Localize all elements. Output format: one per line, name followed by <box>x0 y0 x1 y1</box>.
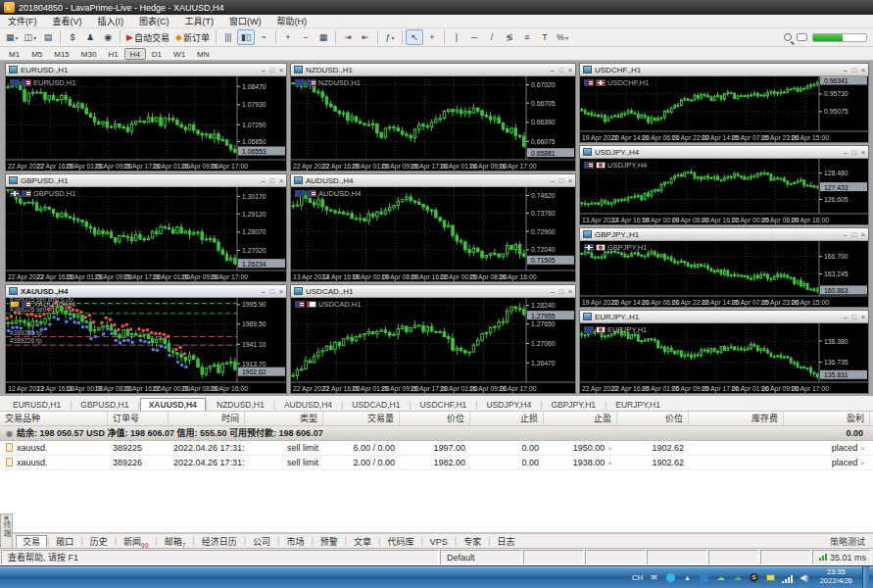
chart-canvas[interactable]: 166.700163.245160.86319 Apr 202220 Apr 1… <box>580 241 868 307</box>
chart-canvas[interactable]: 1.282401.276501.270601.264701.2795522 Ap… <box>291 298 575 393</box>
timeframe-M15[interactable]: M15 <box>48 48 75 60</box>
menu-窗口(W)[interactable]: 窗口(W) <box>221 15 269 27</box>
profiles-button[interactable]: ◫▾ <box>22 29 40 45</box>
chart-window-usdjpy[interactable]: USDJPY.,H4–□×128.480126.605127.43313 Apr… <box>579 145 869 225</box>
order-row[interactable]: xauusd.3892252022.04.26 17:31:27sell lim… <box>0 441 873 456</box>
zoom-in-button[interactable]: + <box>279 29 297 45</box>
minimize-button[interactable]: – <box>551 288 555 295</box>
vertical-line-button[interactable]: | <box>448 29 465 45</box>
balance-row[interactable]: ◉ 结余: 198 050.57 USD 净值: 198 606.07 信用: … <box>0 426 873 441</box>
chart-tab-usdcadh1[interactable]: USDCAD,H1 <box>343 398 409 411</box>
folder-tray-icon[interactable] <box>765 571 777 583</box>
text-label-button[interactable]: T <box>536 29 554 45</box>
timeframe-M30[interactable]: M30 <box>75 48 103 60</box>
terminal-tab-新闻[interactable]: 新闻99 <box>117 535 155 548</box>
chart-window-eurusd[interactable]: EURUSD.,H1–□×1.084701.079301.072901.0685… <box>5 63 287 172</box>
minimize-button[interactable]: – <box>844 314 848 320</box>
maximize-button[interactable]: □ <box>559 177 563 184</box>
maximize-button[interactable]: □ <box>852 149 856 156</box>
messenger-tray-icon[interactable] <box>665 571 677 583</box>
maximize-button[interactable]: □ <box>559 288 563 295</box>
menu-查看(V)[interactable]: 查看(V) <box>45 15 90 27</box>
chart-shift-button[interactable]: ⇤ <box>357 29 374 45</box>
mail-tray-icon[interactable]: ✉ <box>649 571 660 583</box>
chart-tab-usdjpyh4[interactable]: USDJPY,H4 <box>478 398 541 411</box>
data-window-button[interactable]: ▤ <box>39 29 57 45</box>
terminal-tab-经济日历[interactable]: 经济日历 <box>195 535 244 548</box>
close-button[interactable]: × <box>568 67 572 74</box>
annotations-button[interactable]: ≡ <box>518 29 536 45</box>
minimize-button[interactable]: – <box>844 149 848 156</box>
timeframe-H4[interactable]: H4 <box>124 48 146 60</box>
chart-tab-eurusdh1[interactable]: EURUSD,H1 <box>4 398 70 411</box>
trendline-button[interactable]: / <box>483 29 501 45</box>
cancel-icon[interactable]: × <box>607 459 612 467</box>
maximize-button[interactable]: □ <box>270 67 274 74</box>
terminal-tab-预警[interactable]: 预警 <box>314 535 345 548</box>
volume-tray-icon[interactable]: ◀) <box>799 571 810 583</box>
terminal-tab-文章[interactable]: 文章 <box>347 535 378 548</box>
timeframe-H1[interactable]: H1 <box>102 48 123 60</box>
cancel-icon[interactable]: × <box>860 459 865 467</box>
chart-tab-xauusdh4[interactable]: XAUUSD,H4 <box>140 398 206 411</box>
close-button[interactable]: × <box>861 149 865 156</box>
terminal-dock-handle[interactable]: ▣ 终端 <box>0 514 13 549</box>
chart-canvas[interactable]: 0.746200.737600.729000.720400.7150513 Ap… <box>291 187 575 281</box>
show-hidden-icons[interactable]: ▴ <box>682 571 694 583</box>
column-header[interactable]: 价位 <box>400 412 470 425</box>
chart-window-titlebar[interactable]: USDCHF.,H1–□× <box>580 64 868 76</box>
timeframe-M1[interactable]: M1 <box>3 48 25 60</box>
chart-canvas[interactable]: 0.670200.667050.663900.660750.6588122 Ap… <box>291 76 575 171</box>
chart-window-usdcad[interactable]: USDCAD.,H1–□×1.282401.276501.270601.2647… <box>290 284 576 394</box>
chart-canvas[interactable]: 128.480126.605127.43313 Apr 202214 Apr 1… <box>580 159 868 224</box>
auto-scroll-button[interactable]: ⇥ <box>339 29 357 45</box>
terminal-tab-日志[interactable]: 日志 <box>491 535 522 548</box>
maximize-button[interactable]: □ <box>559 67 563 74</box>
chart-window-gbpusd[interactable]: GBPUSD.,H1–□×1.301701.291201.280701.2702… <box>5 173 287 282</box>
chart-window-nzdusd[interactable]: NZDUSD.,H1–□×0.670200.667050.663900.6607… <box>290 63 576 172</box>
terminal-tab-代码库[interactable]: 代码库 <box>380 535 420 548</box>
bars-mode-button[interactable]: ||| <box>219 29 237 45</box>
order-row[interactable]: xauusd.3892262022.04.26 17:31:58sell lim… <box>0 456 873 470</box>
chart-window-titlebar[interactable]: USDCAD.,H1–□× <box>291 285 575 298</box>
cloud-sync-tray-icon[interactable]: ☁ <box>715 571 727 583</box>
close-button[interactable]: × <box>861 67 865 74</box>
maximize-button[interactable]: □ <box>852 314 856 320</box>
terminal-tab-公司[interactable]: 公司 <box>246 535 277 548</box>
menu-文件(F)[interactable]: 文件(F) <box>0 15 45 27</box>
chart-tab-gbpusdh1[interactable]: GBPUSD,H1 <box>72 398 137 411</box>
column-header[interactable]: 交易量 <box>323 412 400 425</box>
chart-window-eurjpy[interactable]: EURJPY.,H1–□×138.380136.735135.83122 Apr… <box>579 310 869 394</box>
chart-tab-audusdh4[interactable]: AUDUSD,H4 <box>275 398 341 411</box>
chart-canvas[interactable]: #389225 sell limit 6.00#389226 sell limi… <box>6 298 286 393</box>
chart-window-gbpjpy[interactable]: GBPJPY.,H1–□×166.700163.245160.86319 Apr… <box>579 227 869 308</box>
column-header[interactable]: 盈利 <box>784 412 870 425</box>
timeframe-M5[interactable]: M5 <box>25 48 48 60</box>
broadcast-button[interactable]: ◉ <box>99 29 117 45</box>
windows-taskbar[interactable]: CH ✉ ▴ ☁ ☁ S ◀) 23:35 2022/4/26 <box>0 565 873 588</box>
chart-window-audusd[interactable]: AUDUSD.,H4–□×0.746200.737600.729000.7204… <box>290 173 576 282</box>
terminal-tab-专家[interactable]: 专家 <box>457 535 488 548</box>
fibonacci-button[interactable]: ≶ <box>501 29 518 45</box>
strategy-tester-label[interactable]: 策略测试 <box>830 535 873 548</box>
chart-window-titlebar[interactable]: GBPUSD.,H1–□× <box>6 174 286 187</box>
maximize-button[interactable]: □ <box>852 231 856 238</box>
minimize-button[interactable]: – <box>551 177 555 184</box>
terminal-tab-敞口[interactable]: 敞口 <box>49 535 80 548</box>
taskbar-clock[interactable]: 23:35 2022/4/26 <box>815 568 857 585</box>
menu-帮助(H)[interactable]: 帮助(H) <box>269 15 315 27</box>
cursor-button[interactable]: ↖ <box>406 29 423 45</box>
tile-windows-button[interactable]: ▦ <box>315 29 332 45</box>
minimize-button[interactable]: – <box>551 67 555 74</box>
minimize-button[interactable]: – <box>844 231 848 238</box>
chart-tab-nzdusdh1[interactable]: NZDUSD,H1 <box>208 398 273 411</box>
chart-window-titlebar[interactable]: NZDUSD.,H1–□× <box>291 64 575 76</box>
chart-canvas[interactable]: 1.084701.079301.072901.068501.0655322 Ap… <box>6 76 286 171</box>
chart-window-titlebar[interactable]: USDJPY.,H4–□× <box>580 146 868 159</box>
close-button[interactable]: × <box>861 314 865 320</box>
chart-window-titlebar[interactable]: AUDUSD.,H4–□× <box>291 174 575 187</box>
chat-icon[interactable] <box>797 33 807 41</box>
close-button[interactable]: × <box>279 288 283 295</box>
column-header[interactable]: 交易品种 <box>0 412 108 425</box>
timeframe-MN[interactable]: MN <box>191 48 215 60</box>
